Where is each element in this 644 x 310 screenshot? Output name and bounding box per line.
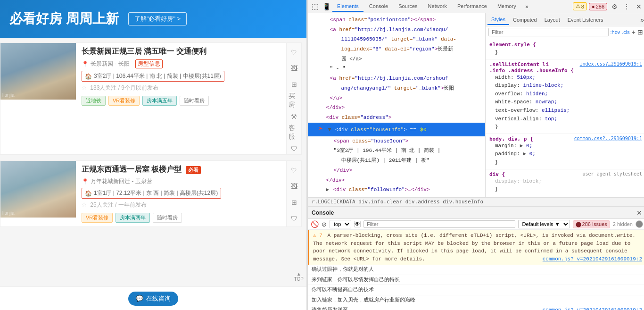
html-line-3[interactable]: 1111045965035/" target="_blank" data- xyxy=(308,34,485,44)
more-options-icon[interactable]: ⋮ xyxy=(621,1,632,12)
msg-source[interactable]: common.js? v=20210429161609019:2 xyxy=(543,306,642,310)
buy-icon[interactable]: 买房 xyxy=(289,95,300,106)
tools-icon[interactable]: ⚒ xyxy=(289,111,300,122)
style-tab-layout[interactable]: Layout xyxy=(541,15,564,25)
element-style-rule-close: } xyxy=(489,49,642,57)
tab-elements[interactable]: Elements xyxy=(332,1,363,12)
tab-memory[interactable]: Memory xyxy=(493,1,521,12)
style-rule-close-3: } xyxy=(489,185,642,194)
devtools-body: <span class="positionIcon"></span> <a hr… xyxy=(308,13,644,310)
html-line-6[interactable]: " - " xyxy=(308,64,485,74)
html-line-8[interactable]: ang/changyang1/" target="_blank">长阳 xyxy=(308,84,485,93)
html-line-10[interactable]: </div> xyxy=(308,103,485,113)
side-icons-2: ♡ 🖼 ⊞ 🛡 xyxy=(286,161,301,226)
listing-thumb-1: lianjia xyxy=(0,43,76,100)
favorite-icon-2[interactable]: ♡ xyxy=(289,165,300,176)
console-header: Console ✕ xyxy=(308,207,644,219)
error-circle-icon: ● xyxy=(592,4,595,9)
new-rule-icon[interactable]: ⊞ xyxy=(637,28,643,36)
html-line-9[interactable]: </a> xyxy=(308,93,485,103)
html-line-16[interactable]: </div> xyxy=(308,166,485,176)
html-line-5[interactable]: 园 </a> xyxy=(308,54,485,64)
photo-icon[interactable]: 🖼 xyxy=(289,63,300,74)
top-button[interactable]: ▲ TOP xyxy=(294,271,304,282)
banner-button[interactable]: 了解"必看好房" > xyxy=(128,12,187,25)
inspect-icon[interactable]: ⬚ xyxy=(310,1,320,12)
body-source[interactable]: common.css?..291609019:1 xyxy=(574,136,643,141)
html-line-15[interactable]: 中楼层(共11层) | 2011年建 | 板" xyxy=(308,156,485,166)
html-line-7[interactable]: <a href="http://bj.lianjia.com/ershouf xyxy=(308,74,485,84)
tag-vr[interactable]: VR看装修 xyxy=(108,96,140,106)
tab-sources[interactable]: Sources xyxy=(394,1,422,12)
settings-circle-icon[interactable] xyxy=(636,220,643,228)
style-rule-close-2: } xyxy=(489,159,642,167)
tab-console[interactable]: Console xyxy=(364,1,393,12)
device-icon[interactable]: 📱 xyxy=(321,1,331,12)
cls-filter[interactable]: .cls xyxy=(622,29,630,35)
toolbar-right: ⚠ 8 ● 286 ⚙ ⋮ ✕ xyxy=(573,1,644,12)
html-line-4[interactable]: log_index="6" data-el="region">长景新 xyxy=(308,44,485,54)
issues-badge[interactable]: ⬤ 286 Issues xyxy=(573,220,610,228)
listing-title-1[interactable]: 长景新园正规三居 满五唯一 交通便利 xyxy=(82,47,261,57)
styles-filter-input[interactable] xyxy=(488,28,609,36)
more-tabs-icon[interactable]: » xyxy=(522,1,532,12)
ua-source: user agent stylesheet xyxy=(583,171,642,176)
elements-panel[interactable]: <span class="positionIcon"></span> <a hr… xyxy=(308,13,486,197)
location-icon-1: 📍 xyxy=(82,61,89,67)
shield-icon-2[interactable]: 🛡 xyxy=(289,213,300,224)
console-clear-button[interactable]: 🚫 xyxy=(311,220,319,228)
styles-tabs: Styles Computed Layout Event Listeners » xyxy=(486,13,644,26)
listing-title-2[interactable]: 正规东西通透一居室 板楼户型 必看 xyxy=(82,165,261,175)
style-tab-computed[interactable]: Computed xyxy=(509,15,541,25)
tag-subway[interactable]: 近地铁 xyxy=(82,96,106,106)
style-rule-text-overflow: text-overflow: ellipsis; xyxy=(489,107,642,115)
tag-visit-2[interactable]: 随时看房 xyxy=(153,213,182,223)
website-panel: 必看好房 周周上新 了解"必看好房" > lianjia 长景新园正规三居 满五… xyxy=(0,0,306,310)
sell-list-source[interactable]: index.css?…291609019:1 xyxy=(580,61,642,67)
favorite-icon[interactable]: ♡ xyxy=(289,47,300,58)
tag-visit[interactable]: 随时看房 xyxy=(180,96,209,106)
tag-vr-2[interactable]: VR看装修 xyxy=(82,213,113,223)
styles-more-icon[interactable]: » xyxy=(640,16,644,24)
style-tab-styles[interactable]: Styles xyxy=(487,15,509,25)
tab-performance[interactable]: Performance xyxy=(453,1,492,12)
default-levels-select[interactable]: Default levels ▼ xyxy=(518,220,570,228)
service-icon[interactable]: 客服 xyxy=(289,127,300,138)
html-line-18[interactable]: ▶ <div class="followInfo">…</div> xyxy=(308,185,485,195)
html-line-11[interactable]: <div class="address"> xyxy=(308,113,485,123)
errors-badge[interactable]: ● 286 xyxy=(589,3,607,10)
warning-source[interactable]: common.js? v=20210429161609019:2 xyxy=(543,255,642,263)
chat-button[interactable]: 💬 在线咨询 xyxy=(128,292,178,306)
console-eye-icon: 👁 xyxy=(354,221,361,227)
settings-icon[interactable]: ⚙ xyxy=(609,1,619,12)
warnings-badge[interactable]: ⚠ 8 xyxy=(573,2,587,10)
tag-5years[interactable]: 房本满五年 xyxy=(142,96,177,106)
close-devtools-icon[interactable]: ✕ xyxy=(634,1,644,12)
listing-tags-2: VR看装修 房本满两年 随时看房 xyxy=(82,213,281,223)
shield-icon[interactable]: 🛡 xyxy=(289,143,300,154)
location-tag-1: 房型信息 xyxy=(135,59,163,68)
vr-icon[interactable]: ⊞ xyxy=(289,79,300,90)
html-line-1[interactable]: <span class="positionIcon"></span> xyxy=(308,15,485,25)
console-top-select[interactable]: top xyxy=(330,220,351,228)
html-line-selected[interactable]: ➤ ▼ <div class="houseInfo"> == $0 xyxy=(308,123,485,136)
pseudo-filter[interactable]: :hov xyxy=(611,29,620,35)
sell-list-style-block: .sellListContent li index.css?…291609019… xyxy=(486,59,644,134)
body-div-p-block: body, div, p { common.css?..291609019:1 … xyxy=(486,134,644,169)
photo-icon-2[interactable]: 🖼 xyxy=(289,181,300,192)
vr-icon-2[interactable]: ⊞ xyxy=(289,197,300,208)
console-filter-input[interactable] xyxy=(363,220,515,228)
html-line-14[interactable]: "3室2厅 | 106.44平米 | 南 北 | 简装 | xyxy=(308,146,485,156)
console-msg-2: 来到链家，你可以尽情发挥自己的特长 xyxy=(308,275,644,285)
tag-2years[interactable]: 房本满两年 xyxy=(116,213,150,223)
style-rule-padding: padding: ▶ 0; xyxy=(489,150,642,159)
html-line-2[interactable]: <a href="http://bj.lianjia.com/xiaoqu/ xyxy=(308,25,485,35)
add-style-icon[interactable]: + xyxy=(632,28,636,36)
style-tab-event-listeners[interactable]: Event Listeners xyxy=(564,15,607,25)
html-line-13[interactable]: <span class="houseIcon"> xyxy=(308,136,485,146)
html-line-17[interactable]: </div> xyxy=(308,176,485,185)
console-close-button[interactable]: ✕ xyxy=(636,209,642,217)
red-arrow-icon: ➤ xyxy=(319,125,323,134)
dollar-sign: $0 xyxy=(419,127,427,133)
tab-network[interactable]: Network xyxy=(423,1,452,12)
